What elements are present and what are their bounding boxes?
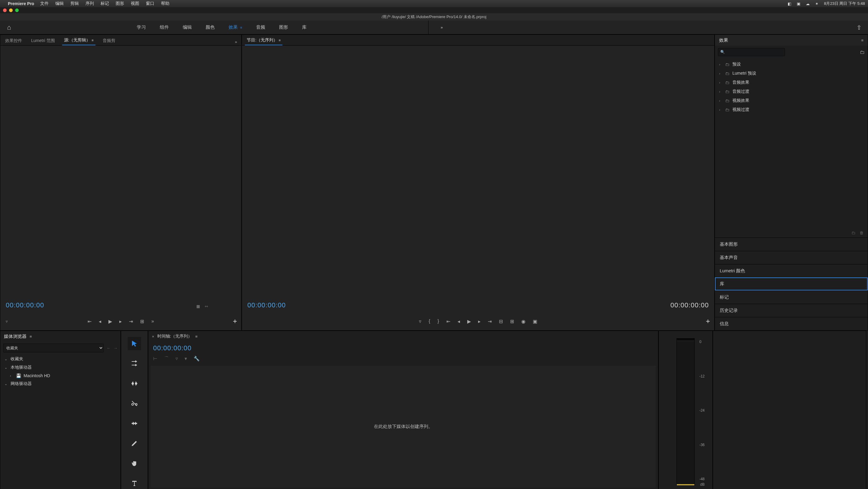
tab-audio-clip[interactable]: 音频剪	[101, 36, 117, 45]
tab-effect-controls[interactable]: 效果控件	[3, 36, 24, 45]
marker-opts-icon[interactable]: ▿	[176, 356, 178, 362]
effects-search-input[interactable]	[718, 48, 785, 56]
step-back-icon[interactable]: ◂	[99, 319, 101, 324]
mark-in-icon[interactable]: ⇤	[88, 319, 92, 324]
panel-menu-icon[interactable]: ≡	[30, 334, 32, 339]
effects-folder[interactable]: ›🗀视频效果	[717, 96, 866, 105]
menu-sequence[interactable]: 序列	[86, 1, 94, 6]
status-icon[interactable]: ☁	[806, 1, 810, 6]
close-icon[interactable]: ×	[152, 334, 154, 339]
go-in-icon[interactable]: ⇤	[446, 319, 450, 324]
panel-menu-icon[interactable]: ≡	[195, 334, 197, 339]
side-section[interactable]: 标记	[715, 290, 868, 304]
side-section[interactable]: 基本声音	[715, 251, 868, 264]
source-timecode[interactable]: 00:00:00:00	[6, 301, 44, 309]
out-icon[interactable]: }	[438, 319, 439, 324]
status-date[interactable]: 8月23日 周日 下午 5:48	[824, 1, 865, 6]
fit-icon[interactable]: ▦	[196, 304, 200, 309]
link-icon[interactable]: ⌒	[164, 356, 169, 362]
tab-program[interactable]: 节目:（无序列） ≡	[245, 36, 282, 45]
settings-icon[interactable]: ⇿	[205, 304, 208, 309]
tab-menu-icon[interactable]: ≡	[279, 38, 281, 42]
overwrite-icon[interactable]: »	[151, 319, 154, 324]
menu-clip[interactable]: 剪辑	[70, 1, 79, 6]
type-tool[interactable]	[128, 477, 141, 489]
step-back-icon[interactable]: ◂	[458, 319, 460, 324]
status-icon[interactable]: ◧	[788, 1, 791, 6]
workspace-tab-7[interactable]: 库	[302, 25, 307, 30]
timeline-drop-area[interactable]: 在此处放下媒体以创建序列。	[151, 366, 656, 488]
effects-folder[interactable]: ›🗀Lumetri 预设	[717, 69, 866, 78]
menu-view[interactable]: 视图	[131, 1, 139, 6]
menu-edit[interactable]: 编辑	[55, 1, 64, 6]
razor-tool[interactable]	[128, 397, 141, 410]
delete-icon[interactable]: 🗑	[860, 231, 864, 235]
tab-source[interactable]: 源:（无剪辑） ≡	[62, 36, 95, 45]
mark-out-icon[interactable]: ⇥	[129, 319, 133, 324]
insert-icon[interactable]: ⊞	[140, 319, 144, 324]
workspace-tab-menu-icon[interactable]: ≡	[240, 26, 242, 29]
tree-network-drives[interactable]: ⌄网络驱动器	[0, 380, 121, 388]
step-fwd-icon[interactable]: ▸	[119, 319, 122, 324]
workspace-overflow-button[interactable]: »	[441, 25, 443, 30]
effects-folder[interactable]: ›🗀音频过渡	[717, 87, 866, 96]
effects-folder[interactable]: ›🗀音频效果	[717, 78, 866, 87]
panel-overflow-button[interactable]: »	[234, 38, 238, 45]
snapshot-icon[interactable]: ◉	[521, 319, 526, 324]
settings-icon[interactable]: ▾	[185, 356, 187, 362]
play-icon[interactable]: ▶	[467, 319, 471, 324]
workspace-tab-0[interactable]: 学习	[137, 25, 146, 30]
minimize-window-button[interactable]	[9, 8, 13, 12]
marker-icon[interactable]: ▿	[419, 319, 421, 324]
wrench-icon[interactable]: 🔧	[194, 356, 199, 362]
workspace-tab-3[interactable]: 颜色	[206, 25, 215, 30]
add-transport-button[interactable]: +	[233, 317, 237, 325]
side-section[interactable]: 历史记录	[715, 304, 868, 317]
pen-tool[interactable]	[128, 437, 141, 450]
play-icon[interactable]: ▶	[108, 319, 112, 324]
add-transport-button[interactable]: +	[706, 317, 710, 325]
go-out-icon[interactable]: ⇥	[488, 319, 492, 324]
close-window-button[interactable]	[3, 8, 7, 12]
add-marker-icon[interactable]: ▿	[6, 319, 8, 324]
compare-icon[interactable]: ▣	[533, 319, 537, 324]
program-timecode-right[interactable]: 00:00:00:00	[671, 301, 709, 309]
slip-tool[interactable]	[128, 417, 141, 430]
program-timecode-left[interactable]: 00:00:00:00	[247, 301, 286, 309]
tree-favorites[interactable]: ⌄收藏夹	[0, 355, 121, 363]
app-name[interactable]: Premiere Pro	[8, 1, 34, 6]
panel-menu-icon[interactable]: ≡	[861, 38, 864, 42]
lift-icon[interactable]: ⊟	[499, 319, 503, 324]
status-icon[interactable]: ✶	[815, 1, 818, 6]
effects-folder[interactable]: ›🗀视频过渡	[717, 105, 866, 114]
menu-window[interactable]: 窗口	[146, 1, 154, 6]
ripple-edit-tool[interactable]	[128, 377, 141, 390]
track-select-tool[interactable]	[128, 357, 141, 370]
selection-tool[interactable]	[128, 337, 141, 350]
new-folder-icon[interactable]: 🗀	[851, 231, 855, 235]
workspace-tab-6[interactable]: 图形	[279, 25, 288, 30]
nav-back-icon[interactable]: ←	[106, 346, 111, 350]
menu-graphics[interactable]: 图形	[116, 1, 124, 6]
extract-icon[interactable]: ⊞	[510, 319, 514, 324]
workspace-tab-4[interactable]: 效果 ≡	[229, 25, 242, 30]
side-section[interactable]: 信息	[715, 317, 868, 330]
home-button[interactable]: ⌂	[0, 24, 18, 31]
workspace-tab-1[interactable]: 组件	[160, 25, 169, 30]
side-section[interactable]: Lumetri 颜色	[715, 264, 868, 278]
effects-folder[interactable]: ›🗀预设	[717, 60, 866, 69]
new-bin-icon[interactable]: 🗀	[860, 50, 865, 55]
audio-meter[interactable]: 0-12-24-36-48 dB	[677, 338, 695, 486]
side-section[interactable]: 库	[715, 278, 868, 290]
tree-local-drives[interactable]: ⌄本地驱动器	[0, 363, 121, 372]
tree-macintosh-hd[interactable]: ›💾Macintosh HD	[0, 372, 121, 380]
tab-lumetri-scopes[interactable]: Lumetri 范围	[29, 36, 57, 45]
timeline-timecode[interactable]: 00:00:00:00	[148, 342, 658, 354]
in-icon[interactable]: {	[429, 319, 430, 324]
side-section[interactable]: 基本图形	[715, 237, 868, 251]
nav-fwd-icon[interactable]: →	[114, 346, 118, 350]
fullscreen-window-button[interactable]	[15, 8, 19, 12]
step-fwd-icon[interactable]: ▸	[478, 319, 480, 324]
snap-icon[interactable]: ⊢	[153, 356, 157, 362]
status-icon[interactable]: ▣	[797, 1, 800, 6]
